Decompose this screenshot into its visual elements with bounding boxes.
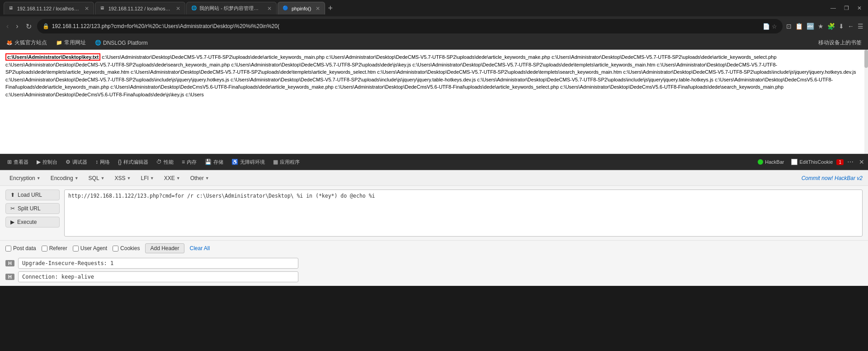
hackbar-menu-encryption[interactable]: Encryption ▼ bbox=[5, 173, 45, 183]
hackbar-url-area: http://192.168.11.122/123.php?cmd=for /r… bbox=[64, 190, 863, 237]
devtool-console-label: 控制台 bbox=[42, 159, 57, 166]
devtool-memory[interactable]: ≡ 内存 bbox=[178, 157, 200, 167]
tab-1-close[interactable]: ✕ bbox=[85, 5, 89, 12]
address-box: 🔒 📄 ☆ bbox=[37, 19, 783, 33]
extension-icon[interactable]: 🧩 bbox=[827, 23, 835, 30]
bookmark-dnslog[interactable]: 🌐 DNSLOG Platform bbox=[93, 39, 150, 47]
post-data-checkbox-group: Post data bbox=[5, 245, 36, 251]
devtools-more-button[interactable]: ⋯ bbox=[847, 158, 854, 166]
tab-1-title: 192.168.11.122 / localhost / c... bbox=[17, 6, 80, 11]
referer-checkbox-group: Referer bbox=[42, 245, 67, 251]
hackbar-headers: H H bbox=[0, 256, 868, 286]
hackbar-commit-label[interactable]: Commit now! HackBar v2 bbox=[802, 175, 863, 181]
split-url-icon: ✂ bbox=[10, 205, 15, 212]
hackbar-menu-xxe-label: XXE bbox=[164, 175, 175, 181]
tab-4[interactable]: 🔵 phpinfo() ✕ bbox=[278, 2, 325, 14]
back-button[interactable]: ‹ bbox=[5, 20, 10, 32]
hackbar-menu-encryption-label: Encryption bbox=[9, 175, 35, 181]
error-badge: 1 bbox=[836, 159, 844, 165]
xxe-arrow-icon: ▼ bbox=[176, 176, 180, 180]
devtool-application-label: 应用程序 bbox=[280, 159, 300, 166]
back-arrow-icon[interactable]: ← bbox=[848, 23, 854, 30]
encoding-arrow-icon: ▼ bbox=[75, 176, 79, 180]
editcookie-checkbox[interactable] bbox=[791, 159, 797, 165]
execute-button[interactable]: ▶ Execute bbox=[5, 217, 60, 228]
hackbar-url-textarea[interactable]: http://192.168.11.122/123.php?cmd=for /r… bbox=[64, 190, 863, 237]
hackbar-menu-xss[interactable]: XSS ▼ bbox=[111, 173, 135, 183]
refresh-button[interactable]: ↻ bbox=[24, 20, 33, 33]
page-icon[interactable]: 📋 bbox=[795, 23, 803, 30]
devtool-network[interactable]: ↕ 网络 bbox=[92, 157, 113, 167]
tab-2-title: 192.168.11.122 / localhost / c... bbox=[108, 6, 171, 11]
star-icon[interactable]: ★ bbox=[818, 23, 824, 30]
devtool-console[interactable]: ▶ 控制台 bbox=[33, 157, 61, 167]
bookmark-star-icon[interactable]: ☆ bbox=[772, 23, 777, 30]
header-1-input[interactable] bbox=[18, 258, 298, 269]
tab-2-close[interactable]: ✕ bbox=[176, 5, 180, 12]
hackbar-menu-encoding[interactable]: Encoding ▼ bbox=[47, 173, 83, 183]
lfi-arrow-icon: ▼ bbox=[150, 176, 154, 180]
post-data-checkbox[interactable] bbox=[5, 246, 11, 251]
devtool-application[interactable]: ▦ 应用程序 bbox=[269, 157, 303, 167]
hackbar-menu-other[interactable]: Other ▼ bbox=[186, 173, 213, 183]
devtool-performance-label: 性能 bbox=[164, 159, 174, 166]
menu-icon[interactable]: ☰ bbox=[858, 23, 863, 30]
bookmark-common[interactable]: 📁 常用网址 bbox=[54, 38, 88, 47]
tab-3[interactable]: 🌐 我的网站 - 织梦内容管理系统 V... ✕ bbox=[186, 2, 277, 14]
download-icon[interactable]: ⬇ bbox=[839, 23, 844, 30]
close-button[interactable]: ✕ bbox=[854, 4, 864, 12]
hackbar-menu-other-label: Other bbox=[190, 175, 204, 181]
tab-3-close[interactable]: ✕ bbox=[267, 5, 272, 12]
new-tab-button[interactable]: + bbox=[328, 4, 333, 13]
devtool-storage-label: 存储 bbox=[213, 159, 223, 166]
accessibility-icon: ♿ bbox=[231, 159, 238, 165]
add-header-button[interactable]: Add Header bbox=[145, 243, 184, 253]
tab-4-close[interactable]: ✕ bbox=[316, 5, 320, 12]
address-input[interactable] bbox=[52, 23, 760, 29]
scroll-thumb[interactable] bbox=[864, 50, 868, 68]
tab-bar-controls: — ❐ ✕ bbox=[828, 4, 864, 12]
devtools-close-button[interactable]: ✕ bbox=[859, 158, 864, 166]
xss-arrow-icon: ▼ bbox=[127, 176, 131, 180]
cookies-checkbox[interactable] bbox=[113, 246, 118, 251]
hackbar-menu-encoding-label: Encoding bbox=[51, 175, 73, 181]
devtool-performance[interactable]: ⏱ 性能 bbox=[153, 157, 177, 167]
devtool-accessibility[interactable]: ♿ 无障碍环境 bbox=[228, 157, 269, 167]
tab-3-favicon: 🌐 bbox=[191, 5, 197, 12]
tab-1[interactable]: 🖥 192.168.11.122 / localhost / c... ✕ bbox=[4, 2, 94, 14]
header-2-input[interactable] bbox=[18, 271, 298, 282]
forward-button[interactable]: › bbox=[14, 20, 20, 32]
devtool-debugger[interactable]: ⚙ 调试器 bbox=[62, 157, 91, 167]
load-url-button[interactable]: ⬆ Load URL bbox=[5, 190, 60, 200]
bookmark-firefox[interactable]: 🦊 火狐官方站点 bbox=[5, 38, 49, 47]
devtool-style-editor[interactable]: {} 样式编辑器 bbox=[114, 157, 152, 167]
translate-icon[interactable]: 🔤 bbox=[807, 23, 814, 30]
memory-icon: ≡ bbox=[182, 159, 185, 165]
referer-checkbox[interactable] bbox=[42, 246, 47, 251]
tab-bar: 🖥 192.168.11.122 / localhost / c... ✕ 🖥 … bbox=[0, 0, 868, 16]
split-url-button[interactable]: ✂ Split URL bbox=[5, 203, 60, 214]
reader-icon[interactable]: 📄 bbox=[763, 23, 770, 30]
user-agent-label: User Agent bbox=[80, 245, 107, 251]
screenshot-icon[interactable]: ⊡ bbox=[786, 23, 792, 30]
application-icon: ▦ bbox=[273, 159, 278, 165]
minimize-button[interactable]: — bbox=[828, 4, 839, 12]
hackbar-menu-sql[interactable]: SQL ▼ bbox=[85, 173, 109, 183]
hackbar-menu-xxe[interactable]: XXE ▼ bbox=[160, 173, 184, 183]
address-bar: ‹ › ↻ 🔒 📄 ☆ ⊡ 📋 🔤 ★ 🧩 ⬇ ← ☰ bbox=[0, 16, 868, 36]
debugger-icon: ⚙ bbox=[66, 159, 71, 165]
devtool-inspector[interactable]: ⊞ 查看器 bbox=[4, 157, 32, 167]
hackbar-menu-lfi[interactable]: LFI ▼ bbox=[137, 173, 158, 183]
devtool-storage[interactable]: 💾 存储 bbox=[201, 157, 227, 167]
mobile-bookmarks[interactable]: 移动设备上的书签 bbox=[816, 38, 863, 47]
bookmark-common-icon: 📁 bbox=[56, 40, 62, 46]
hackbar-section: HackBar EditThisCookie 1 ⋯ ✕ bbox=[754, 157, 864, 166]
clear-all-button[interactable]: Clear All bbox=[190, 245, 210, 251]
scroll-track[interactable] bbox=[864, 50, 868, 154]
tab-2[interactable]: 🖥 192.168.11.122 / localhost / c... ✕ bbox=[95, 2, 185, 14]
maximize-button[interactable]: ❐ bbox=[841, 4, 852, 12]
hackbar-tab[interactable]: HackBar bbox=[754, 157, 788, 166]
user-agent-checkbox[interactable] bbox=[73, 246, 79, 251]
hackbar-body: ⬆ Load URL ✂ Split URL ▶ Execute http://… bbox=[0, 186, 868, 240]
page-content: c:\Users\Administrator\Desktop\key.txt c… bbox=[0, 50, 868, 154]
